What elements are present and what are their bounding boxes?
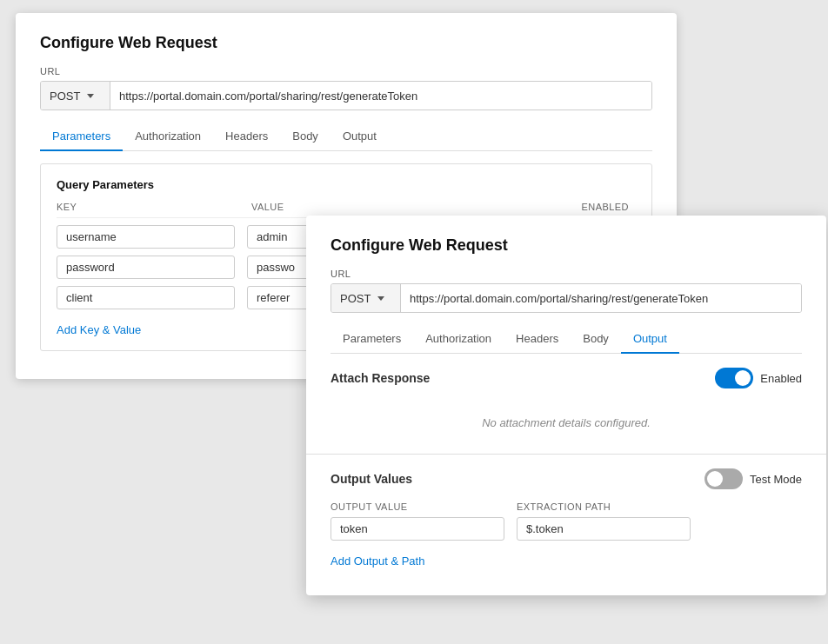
front-method-select[interactable]: POST	[331, 284, 401, 312]
back-dialog-title: Configure Web Request	[40, 34, 652, 52]
back-col-key-header: KEY	[57, 202, 239, 212]
front-tabs-row: Parameters Authorization Headers Body Ou…	[331, 325, 802, 354]
back-col-enabled-header: ENABLED	[425, 202, 636, 212]
no-config-text: No attachment details configured.	[331, 388, 802, 454]
back-tab-output[interactable]: Output	[331, 123, 389, 151]
back-tab-body[interactable]: Body	[280, 123, 331, 151]
back-tab-headers[interactable]: Headers	[213, 123, 280, 151]
front-method-chevron-icon	[377, 296, 384, 301]
back-method-select[interactable]: POST	[41, 82, 110, 110]
front-dialog: Configure Web Request URL POST Parameter…	[306, 216, 826, 595]
front-method-value: POST	[340, 292, 371, 305]
output-values-toggle-label: Test Mode	[750, 473, 802, 486]
front-dialog-title: Configure Web Request	[331, 236, 802, 255]
back-url-label: URL	[40, 66, 652, 76]
add-output-path-link[interactable]: Add Output & Path	[331, 554, 424, 568]
output-table-header: OUTPUT VALUE EXTRACTION PATH	[331, 501, 802, 512]
attach-response-title: Attach Response	[331, 371, 430, 385]
output-values-toggle-group: Test Mode	[704, 468, 802, 489]
output-col-value-header: OUTPUT VALUE	[331, 501, 504, 512]
front-url-label: URL	[331, 269, 802, 279]
back-tab-parameters[interactable]: Parameters	[40, 123, 123, 151]
attach-response-section: Attach Response Enabled No attachment de…	[331, 368, 802, 454]
output-values-row: Output Values Test Mode	[331, 468, 802, 489]
output-values-title: Output Values	[331, 472, 412, 486]
attach-response-toggle-label: Enabled	[760, 372, 802, 385]
output-values-toggle[interactable]	[704, 468, 743, 489]
param-key-3[interactable]	[57, 286, 235, 309]
output-path-1[interactable]	[517, 517, 691, 541]
front-tab-body[interactable]: Body	[571, 325, 621, 354]
table-row	[331, 517, 802, 541]
attach-response-row: Attach Response Enabled	[331, 368, 802, 388]
output-col-path-header: EXTRACTION PATH	[517, 501, 802, 512]
output-toggle-thumb	[707, 471, 723, 487]
front-url-row: POST	[331, 283, 802, 313]
param-key-2[interactable]	[57, 256, 235, 279]
attach-response-toggle[interactable]	[715, 368, 753, 388]
front-tab-parameters[interactable]: Parameters	[331, 325, 413, 354]
back-tab-authorization[interactable]: Authorization	[123, 123, 213, 151]
back-section-title: Query Parameters	[57, 178, 636, 191]
front-tab-authorization[interactable]: Authorization	[413, 325, 504, 354]
output-values-section: Output Values Test Mode OUTPUT VALUE EXT…	[331, 468, 802, 568]
back-method-chevron-icon	[87, 94, 94, 98]
attach-response-toggle-group: Enabled	[715, 368, 802, 388]
output-value-1[interactable]	[331, 517, 504, 541]
back-col-value-header: VALUE	[251, 202, 425, 212]
back-tabs-row: Parameters Authorization Headers Body Ou…	[40, 123, 652, 151]
back-url-input[interactable]	[110, 82, 651, 110]
section-divider	[306, 454, 826, 455]
back-method-value: POST	[50, 90, 80, 103]
param-key-1[interactable]	[57, 225, 235, 249]
front-tab-output[interactable]: Output	[621, 325, 679, 354]
back-add-key-value-link[interactable]: Add Key & Value	[57, 323, 141, 336]
front-url-input[interactable]	[401, 284, 801, 312]
back-url-row: POST	[40, 81, 652, 110]
front-tab-headers[interactable]: Headers	[504, 325, 571, 354]
